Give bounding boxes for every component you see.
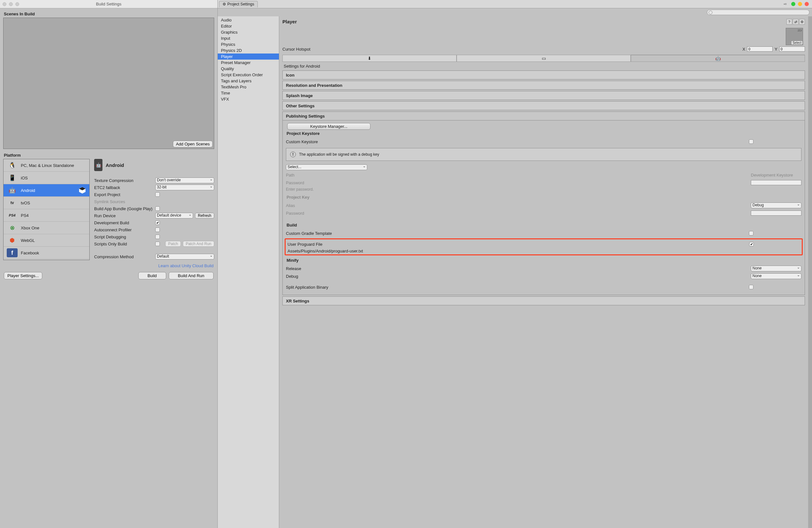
help-icon[interactable]: ?	[786, 19, 792, 25]
path-value: Development Keystore	[751, 173, 801, 177]
webgl-icon: ⬢	[7, 236, 18, 245]
sidebar-item-input[interactable]: Input	[218, 35, 279, 41]
sidebar-item-vfx[interactable]: VFX	[218, 96, 279, 102]
run-device-label: Run Device	[94, 213, 154, 218]
sidebar-item-preset[interactable]: Preset Manager	[218, 60, 279, 66]
symlink-label: Symlink Sources	[94, 199, 154, 204]
project-settings-tab[interactable]: ⚙ Project Settings	[219, 1, 258, 8]
platform-label-text: Xbox One	[21, 226, 39, 230]
sidebar-item-tmp[interactable]: TextMesh Pro	[218, 84, 279, 90]
sidebar-item-graphics[interactable]: Graphics	[218, 29, 279, 35]
cursor-hotspot-y[interactable]	[779, 46, 805, 52]
proguard-path: Assets/Plugins/Android/proguard-user.txt	[288, 248, 800, 254]
dev-build-checkbox[interactable]	[155, 220, 160, 225]
foldout-publishing[interactable]: Publishing Settings	[282, 112, 805, 120]
keystore-password-field[interactable]	[751, 180, 801, 185]
select-texture-button[interactable]: Select	[791, 41, 803, 45]
run-device-dropdown[interactable]: Default device	[155, 213, 193, 218]
build-button[interactable]: Build	[138, 272, 166, 280]
debug-key-message: The application will be signed with a de…	[299, 152, 379, 157]
sidebar-item-audio[interactable]: Audio	[218, 17, 279, 23]
project-key-title: Project Key	[286, 194, 801, 201]
keystore-password-label: Password	[286, 180, 748, 185]
cursor-hotspot-label: Cursor Hotspot	[282, 47, 741, 52]
refresh-button[interactable]: Refresh	[195, 213, 214, 218]
custom-keystore-checkbox[interactable]	[749, 139, 753, 144]
tab-standalone[interactable]: ⬇	[282, 55, 456, 62]
tab-options-icon[interactable]: ▪≡	[784, 2, 787, 6]
build-app-bundle-checkbox[interactable]	[155, 206, 160, 211]
foldout-other[interactable]: Other Settings	[282, 101, 805, 110]
autoconnect-checkbox[interactable]	[155, 227, 160, 232]
sidebar-item-physics2d[interactable]: Physics 2D	[218, 47, 279, 54]
split-binary-checkbox[interactable]	[749, 285, 753, 289]
cursor-texture-slot[interactable]: 2D/ Select	[786, 28, 803, 45]
platform-detail-title: Android	[106, 162, 124, 168]
compression-dropdown[interactable]: Default	[155, 254, 214, 259]
unity-logo-icon	[78, 186, 86, 194]
preset-icon[interactable]: ⇄	[793, 19, 799, 25]
info-icon: !	[290, 152, 296, 157]
sidebar-item-script-order[interactable]: Script Execution Order	[218, 72, 279, 78]
gradle-template-checkbox[interactable]	[749, 231, 753, 236]
autoconnect-label: Autoconnect Profiler	[94, 227, 154, 232]
platform-pc[interactable]: 🐧 PC, Mac & Linux Standalone	[3, 159, 89, 172]
alias-dropdown[interactable]: Debug	[751, 202, 801, 208]
foldout-splash[interactable]: Splash Image	[282, 91, 805, 100]
gear-icon[interactable]: ⚙	[799, 19, 805, 25]
scenes-list[interactable]: Add Open Scenes	[3, 18, 214, 149]
patch-button[interactable]: Patch	[165, 241, 181, 247]
build-and-run-button[interactable]: Build And Run	[169, 272, 214, 280]
sidebar-item-editor[interactable]: Editor	[218, 23, 279, 29]
platform-android[interactable]: 🤖 Android	[3, 184, 89, 197]
sidebar-item-quality[interactable]: Quality	[218, 66, 279, 72]
platform-facebook[interactable]: f Facebook	[3, 247, 89, 259]
foldout-xr[interactable]: XR Settings	[282, 296, 805, 305]
proguard-checkbox[interactable]	[749, 242, 754, 246]
cloud-build-link[interactable]: Learn about Unity Cloud Build	[0, 260, 217, 270]
scripts-only-checkbox[interactable]	[155, 242, 160, 246]
export-project-checkbox[interactable]	[155, 192, 160, 197]
sidebar-item-time[interactable]: Time	[218, 90, 279, 96]
etc2-dropdown[interactable]: 32-bit	[155, 185, 214, 190]
etc2-label: ETC2 fallback	[94, 185, 154, 190]
player-settings-button[interactable]: Player Settings...	[4, 272, 42, 280]
scrollbar[interactable]	[808, 16, 812, 528]
build-titlebar: Build Settings	[0, 0, 217, 8]
platform-label-text: Android	[21, 188, 35, 193]
add-open-scenes-button[interactable]: Add Open Scenes	[173, 141, 213, 147]
mac-close-icon[interactable]	[804, 2, 809, 6]
build-section-title: Build	[286, 222, 801, 229]
gradle-template-label: Custom Gradle Template	[286, 231, 746, 236]
platform-tvos[interactable]: tv tvOS	[3, 197, 89, 209]
search-input[interactable]	[707, 10, 809, 15]
foldout-resolution[interactable]: Resolution and Presentation	[282, 81, 805, 90]
platform-ios[interactable]: 📱 iOS	[3, 172, 89, 184]
android-icon: 🤖	[715, 56, 721, 61]
keystore-select-dropdown[interactable]: Select...	[286, 165, 367, 170]
keystore-manager-button[interactable]: Keystore Manager...	[287, 123, 371, 130]
tab-android[interactable]: 🤖	[631, 55, 805, 62]
split-binary-label: Split Application Binary	[286, 285, 746, 290]
foldout-icon[interactable]: Icon	[282, 71, 805, 80]
mac-zoom-icon[interactable]	[798, 2, 802, 6]
minify-debug-dropdown[interactable]: None	[751, 273, 801, 279]
sidebar-item-player[interactable]: Player	[218, 54, 279, 60]
platform-xbox[interactable]: ⊗ Xbox One	[3, 222, 89, 234]
platform-webgl[interactable]: ⬢ WebGL	[3, 234, 89, 247]
minify-release-dropdown[interactable]: None	[751, 266, 801, 271]
cursor-hotspot-x[interactable]	[747, 46, 773, 52]
settings-category-sidebar: Audio Editor Graphics Input Physics Phys…	[218, 16, 279, 528]
platform-ps4[interactable]: PS4 PS4	[3, 209, 89, 222]
texture-compression-dropdown[interactable]: Don't override	[155, 177, 214, 183]
tab-ios[interactable]: ▭	[456, 55, 631, 62]
xbox-icon: ⊗	[7, 223, 18, 232]
key-password-field[interactable]	[751, 211, 801, 216]
sidebar-item-physics[interactable]: Physics	[218, 41, 279, 47]
mac-minimize-icon[interactable]	[791, 2, 795, 6]
platform-label-text: PC, Mac & Linux Standalone	[21, 163, 74, 168]
script-debug-checkbox[interactable]	[155, 234, 160, 239]
sidebar-item-tags[interactable]: Tags and Layers	[218, 78, 279, 84]
minify-title: Minify	[286, 257, 801, 265]
patch-and-run-button[interactable]: Patch And Run	[183, 241, 214, 247]
